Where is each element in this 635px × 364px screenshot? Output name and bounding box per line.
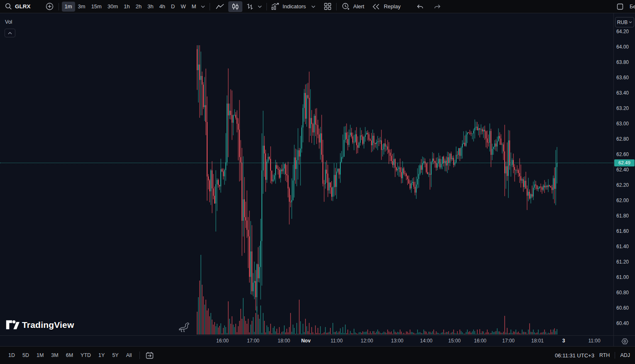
interval-button-2h[interactable]: 2h — [133, 2, 144, 12]
time-tick-label: 18:01 — [531, 338, 544, 344]
price-tick-label: 62.40 — [616, 167, 629, 173]
bars-chart-type-icon[interactable] — [244, 1, 256, 12]
alert-button[interactable]: Alert — [353, 3, 364, 10]
footer-right-group: 06:11:31 UTC+3 RTH ADJ — [555, 352, 630, 359]
price-tick-label: 62.80 — [616, 136, 629, 142]
session-toggle[interactable]: RTH — [599, 352, 610, 358]
toolbar-separator — [59, 3, 59, 10]
bottom-toolbar: 1D5D1M3M6MYTD1Y5YAll 06:11:31 UTC+3 RTH … — [0, 346, 635, 364]
price-tick-label: 61.60 — [616, 228, 629, 234]
search-icon[interactable] — [2, 1, 14, 12]
time-tick-label: 11:00 — [588, 338, 600, 344]
tradingview-app: { "header": { "symbol": "GLRX", "interva… — [0, 0, 635, 364]
interval-button-W[interactable]: W — [178, 2, 189, 12]
time-tick-label: 17:00 — [502, 338, 515, 344]
range-button-5Y[interactable]: 5Y — [109, 351, 122, 360]
dino-icon[interactable] — [178, 322, 190, 333]
replay-icon[interactable] — [370, 1, 382, 12]
price-tick-label: 62.00 — [616, 198, 629, 203]
price-tick-label: 64.20 — [616, 29, 629, 34]
price-tick-label: 63.80 — [616, 59, 629, 65]
time-axis[interactable]: 16:0017:0018:00Nov11:0012:0013:0014:0015… — [0, 335, 613, 347]
interval-buttons: 1m3m15m30m1h2h3h4hDWM — [62, 2, 199, 12]
interval-button-M[interactable]: M — [189, 2, 199, 12]
last-price-badge: 62.49 — [614, 159, 635, 166]
time-tick-label: 14:00 — [420, 338, 432, 344]
range-button-All[interactable]: All — [123, 351, 135, 360]
price-axis[interactable]: RUB 64.2064.0063.8063.6063.4063.2063.006… — [613, 13, 635, 335]
alert-icon[interactable] — [339, 1, 351, 12]
pane-collapse-button[interactable] — [5, 29, 15, 37]
price-tick-label: 61.20 — [616, 259, 629, 265]
axis-settings-button[interactable] — [613, 335, 635, 347]
price-tick-label: 60.80 — [616, 290, 629, 296]
redo-icon[interactable] — [432, 1, 443, 12]
last-price-line — [0, 163, 613, 163]
interval-button-15m[interactable]: 15m — [88, 2, 105, 12]
range-button-1Y[interactable]: 1Y — [95, 351, 108, 360]
time-tick-label: 16:00 — [474, 338, 486, 344]
top-toolbar: GLRX 1m3m15m30m1h2h3h4hDWM Indicators — [0, 0, 635, 13]
add-symbol-icon[interactable] — [44, 1, 56, 12]
interval-button-4h[interactable]: 4h — [156, 2, 168, 12]
symbol-search-button[interactable]: GLRX — [15, 3, 31, 10]
interval-button-1m[interactable]: 1m — [62, 2, 75, 12]
replay-button[interactable]: Replay — [384, 3, 401, 10]
undo-icon[interactable] — [414, 1, 426, 12]
line-chart-type-icon[interactable] — [213, 1, 227, 12]
layout-grid-icon[interactable] — [322, 1, 333, 12]
indicators-button[interactable]: Indicators — [283, 3, 306, 10]
layout-cluster: Без — [614, 0, 635, 13]
range-button-1M[interactable]: 1M — [33, 351, 47, 360]
range-button-1D[interactable]: 1D — [5, 351, 18, 360]
time-tick-label: 11:00 — [330, 338, 342, 344]
goto-date-icon[interactable] — [144, 350, 156, 361]
price-tick-label: 61.00 — [616, 274, 629, 280]
toolbar-separator — [266, 3, 267, 10]
tradingview-watermark: TradingView — [6, 319, 74, 330]
candlestick-chart[interactable] — [0, 13, 613, 335]
interval-button-3m[interactable]: 3m — [75, 2, 88, 12]
indicators-icon[interactable] — [270, 1, 281, 12]
interval-button-1h[interactable]: 1h — [121, 2, 132, 12]
currency-selector[interactable]: RUB — [615, 17, 634, 27]
interval-button-30m[interactable]: 30m — [105, 2, 121, 12]
toolbar-separator — [139, 352, 140, 359]
interval-button-3h[interactable]: 3h — [144, 2, 156, 12]
range-button-3M[interactable]: 3M — [48, 351, 61, 360]
price-tick-label: 61.40 — [616, 244, 629, 249]
candles-chart-type-icon[interactable] — [228, 1, 242, 12]
clock-timezone-button[interactable]: 06:11:31 UTC+3 — [555, 352, 594, 359]
volume-legend[interactable]: Vol — [5, 19, 12, 25]
time-tick-label: 13:00 — [391, 338, 403, 344]
range-button-5D[interactable]: 5D — [19, 351, 32, 360]
currency-label: RUB — [617, 20, 628, 25]
adjust-toggle[interactable]: ADJ — [620, 352, 630, 358]
time-tick-label: 18:00 — [278, 338, 290, 344]
range-buttons: 1D5D1M3M6MYTD1Y5YAll — [5, 351, 135, 360]
intervals-chevron-icon[interactable] — [199, 1, 207, 12]
toolbar-separator — [210, 3, 210, 10]
time-tick-label: 17:00 — [247, 338, 259, 344]
toolbar-separator — [336, 3, 337, 10]
price-tick-label: 62.60 — [616, 151, 629, 157]
price-tick-label: 63.40 — [616, 90, 629, 96]
chart-pane[interactable]: Vol TradingView — [0, 13, 613, 335]
interval-button-D[interactable]: D — [168, 2, 178, 12]
price-tick-label: 63.20 — [616, 105, 629, 111]
undo-redo-group — [414, 0, 443, 13]
price-tick-label: 64.00 — [616, 44, 629, 50]
time-tick-label: 12:00 — [361, 338, 373, 344]
price-tick-label: 63.00 — [616, 121, 629, 127]
time-tick-label: 16:00 — [216, 338, 229, 344]
time-tick-label: Nov — [301, 338, 311, 344]
save-layout-icon[interactable] — [614, 1, 626, 12]
footer-separator — [615, 352, 615, 359]
pane-collapse-icon — [8, 32, 12, 34]
price-tick-label: 61.80 — [616, 213, 629, 219]
layout-name[interactable]: Без — [630, 3, 635, 10]
chart-type-chevron-icon[interactable] — [256, 1, 264, 12]
range-button-YTD[interactable]: YTD — [77, 351, 94, 360]
range-button-6M[interactable]: 6M — [63, 351, 76, 360]
indicators-chevron-icon[interactable] — [308, 1, 318, 12]
